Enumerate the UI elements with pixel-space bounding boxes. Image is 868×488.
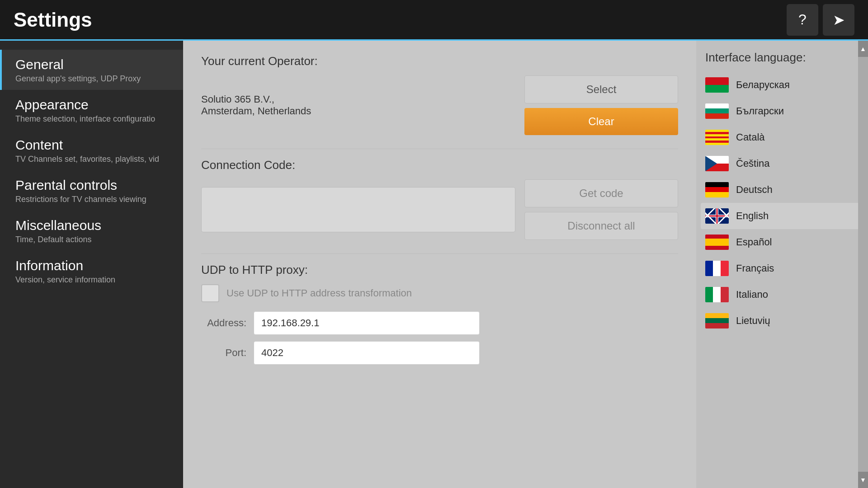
port-row: Port: <box>201 341 678 365</box>
udp-checkbox-row: Use UDP to HTTP address transformation <box>201 284 678 302</box>
language-panel: Interface language: БеларускаяБългарскиC… <box>696 41 868 488</box>
flag-by <box>705 77 729 93</box>
language-name-es: Español <box>736 236 772 248</box>
scroll-up-button[interactable]: ▲ <box>858 41 868 57</box>
operator-buttons: Select Clear <box>524 75 678 135</box>
language-item-it[interactable]: Italiano <box>701 282 863 308</box>
flag-fr <box>705 261 729 276</box>
language-item-de[interactable]: Deutsch <box>701 177 863 203</box>
sidebar-item-subtitle-content: TV Channels set, favorites, playlists, v… <box>15 155 169 164</box>
divider-1 <box>201 149 678 149</box>
get-code-button[interactable]: Get code <box>524 179 678 207</box>
flag-en <box>705 208 729 224</box>
address-input[interactable] <box>254 311 480 335</box>
sidebar-item-content[interactable]: Content TV Channels set, favorites, play… <box>0 130 183 170</box>
language-name-ca: Català <box>736 131 765 143</box>
language-name-bg: Български <box>736 105 784 117</box>
address-row: Address: <box>201 311 678 335</box>
language-item-es[interactable]: Español <box>701 229 863 255</box>
share-button[interactable]: ➤ <box>823 4 854 36</box>
sidebar-item-subtitle-parental: Restrictions for TV channels viewing <box>15 195 169 204</box>
language-name-cz: Čeština <box>736 158 770 169</box>
language-scrollbar: ▲ ▼ <box>858 41 868 488</box>
flag-it <box>705 287 729 302</box>
page-title: Settings <box>14 9 92 31</box>
udp-section: UDP to HTTP proxy: Use UDP to HTTP addre… <box>201 263 678 365</box>
sidebar-item-title-parental: Parental controls <box>15 178 170 193</box>
udp-checkbox[interactable] <box>201 284 219 302</box>
select-button[interactable]: Select <box>524 75 678 103</box>
operator-name: Solutio 365 B.V.,Amsterdam, Netherlands <box>201 94 515 117</box>
sidebar: General General app's settings, UDP Prox… <box>0 41 183 488</box>
sidebar-item-appearance[interactable]: Appearance Theme selection, interface co… <box>0 90 183 130</box>
header-actions: ? ➤ <box>787 4 854 36</box>
code-input-box <box>201 187 515 232</box>
address-label: Address: <box>201 317 246 329</box>
sidebar-item-subtitle-general: General app's settings, UDP Proxy <box>15 74 169 84</box>
language-item-by[interactable]: Беларуская <box>701 72 863 98</box>
sidebar-item-misc[interactable]: Miscellaneous Time, Default actions <box>0 211 183 251</box>
flag-de <box>705 182 729 197</box>
main-layout: General General app's settings, UDP Prox… <box>0 41 868 488</box>
flag-ca <box>705 130 729 145</box>
language-name-en: English <box>736 210 769 222</box>
sidebar-item-title-general: General <box>15 57 170 72</box>
language-name-lt: Lietuvių <box>736 315 770 327</box>
language-item-ca[interactable]: Català <box>701 124 863 150</box>
connection-section: Connection Code: Get code Disconnect all <box>201 158 678 240</box>
help-button[interactable]: ? <box>787 4 818 36</box>
scroll-down-button[interactable]: ▼ <box>858 472 868 488</box>
sidebar-item-parental[interactable]: Parental controls Restrictions for TV ch… <box>0 170 183 211</box>
port-input[interactable] <box>254 341 480 365</box>
operator-section-title: Your current Operator: <box>201 54 678 68</box>
flag-lt <box>705 313 729 328</box>
operator-section: Solutio 365 B.V.,Amsterdam, Netherlands … <box>201 75 678 135</box>
sidebar-item-title-info: Information <box>15 258 170 273</box>
udp-section-title: UDP to HTTP proxy: <box>201 263 678 277</box>
sidebar-item-title-misc: Miscellaneous <box>15 218 170 233</box>
connection-row: Get code Disconnect all <box>201 179 678 240</box>
sidebar-item-title-content: Content <box>15 137 170 153</box>
language-item-fr[interactable]: Français <box>701 255 863 282</box>
content-area: Your current Operator: Solutio 365 B.V.,… <box>183 41 696 488</box>
sidebar-item-subtitle-info: Version, service information <box>15 275 169 285</box>
clear-button[interactable]: Clear <box>524 108 678 135</box>
udp-checkbox-label: Use UDP to HTTP address transformation <box>226 287 412 299</box>
port-label: Port: <box>201 347 246 359</box>
flag-cz <box>705 156 729 171</box>
flag-bg <box>705 103 729 119</box>
app-header: Settings ? ➤ <box>0 0 868 41</box>
sidebar-item-general[interactable]: General General app's settings, UDP Prox… <box>0 50 183 90</box>
language-panel-title: Interface language: <box>696 41 868 72</box>
flag-es <box>705 235 729 250</box>
language-item-en[interactable]: English <box>701 203 863 229</box>
language-list: БеларускаяБългарскиCatalàČeštinaDeutsch … <box>696 72 868 488</box>
language-name-de: Deutsch <box>736 184 773 196</box>
sidebar-item-subtitle-appearance: Theme selection, interface configuratio <box>15 114 169 124</box>
language-name-fr: Français <box>736 263 774 274</box>
disconnect-all-button[interactable]: Disconnect all <box>524 212 678 240</box>
language-name-by: Беларуская <box>736 79 790 91</box>
connection-buttons: Get code Disconnect all <box>524 179 678 240</box>
language-item-bg[interactable]: Български <box>701 98 863 124</box>
sidebar-item-title-appearance: Appearance <box>15 97 170 113</box>
language-item-lt[interactable]: Lietuvių <box>701 308 863 334</box>
divider-2 <box>201 253 678 254</box>
language-item-cz[interactable]: Čeština <box>701 150 863 177</box>
sidebar-item-info[interactable]: Information Version, service information <box>0 251 183 291</box>
sidebar-item-subtitle-misc: Time, Default actions <box>15 235 169 244</box>
connection-code-title: Connection Code: <box>201 158 678 172</box>
language-name-it: Italiano <box>736 289 768 300</box>
